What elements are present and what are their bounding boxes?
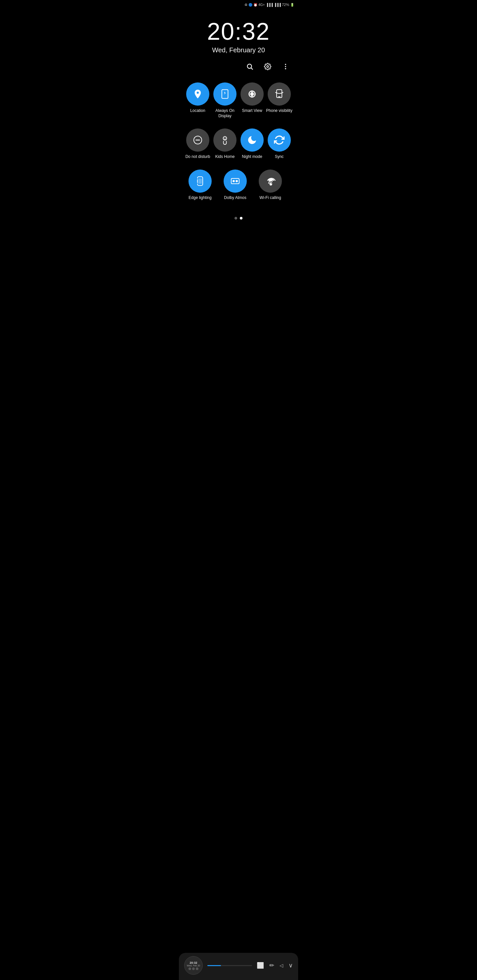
svg-point-0	[247, 64, 252, 68]
qs-aod[interactable]: Always On Display	[212, 83, 238, 119]
smartview-label: Smart View	[242, 108, 262, 114]
bluetooth-icon: 🔵	[249, 3, 252, 6]
more-options-button[interactable]	[279, 60, 292, 73]
edgelighting-circle	[188, 170, 212, 192]
smartview-icon	[247, 89, 257, 99]
location-circle	[186, 83, 209, 106]
kidshome-icon	[220, 135, 230, 145]
svg-point-4	[285, 66, 286, 67]
edgelighting-icon	[195, 176, 205, 186]
qs-kidshome[interactable]: Kids Home	[212, 129, 238, 159]
qs-smartview[interactable]: Smart View	[239, 83, 265, 119]
svg-point-12	[224, 138, 225, 138]
location-label: Location	[190, 108, 205, 114]
search-icon	[246, 63, 254, 70]
qs-phonevisibility[interactable]: Phone visibility	[266, 83, 292, 119]
phonevisibility-icon	[274, 89, 284, 99]
svg-point-18	[236, 180, 238, 182]
sync-icon	[274, 135, 284, 145]
search-button[interactable]	[244, 60, 256, 73]
qs-dnd[interactable]: Do not disturb	[185, 129, 211, 159]
recycle-icon: ♻	[244, 3, 247, 6]
aod-circle	[213, 83, 236, 106]
svg-point-2	[266, 65, 269, 68]
svg-rect-6	[222, 90, 228, 99]
svg-point-5	[285, 68, 286, 70]
more-icon	[282, 63, 289, 70]
svg-point-3	[285, 64, 286, 65]
nightmode-icon	[247, 135, 257, 145]
wificalling-icon	[265, 176, 276, 186]
wificalling-label: Wi-Fi calling	[259, 195, 281, 200]
nightmode-circle	[241, 129, 264, 152]
alarm-icon: ⏰	[254, 3, 257, 6]
kidshome-circle	[213, 129, 236, 152]
signal1-icon: ▐▐▐	[266, 3, 273, 6]
qs-row-2: Do not disturb Kids Home Night mode	[184, 129, 293, 159]
phonevis-label: Phone visibility	[266, 108, 292, 114]
svg-rect-16	[231, 178, 239, 184]
phonevis-circle	[268, 83, 291, 106]
dnd-label: Do not disturb	[185, 154, 211, 159]
svg-point-17	[233, 180, 235, 182]
sync-circle	[268, 129, 291, 152]
status-icons: ♻ 🔵 ⏰ 4G+ ▐▐▐ ▐▐▐ 72% 🔋	[244, 3, 294, 6]
edgelighting-label: Edge lighting	[188, 195, 211, 200]
wificall-circle	[259, 170, 282, 192]
clock-time: 20:32	[185, 18, 292, 45]
dolby-circle	[223, 170, 247, 192]
gear-icon	[264, 63, 271, 70]
qs-location[interactable]: Location	[185, 83, 211, 119]
settings-button[interactable]	[262, 60, 274, 73]
sync-label: Sync	[275, 154, 284, 159]
qs-sync[interactable]: Sync	[266, 129, 292, 159]
smartview-circle	[241, 83, 264, 106]
qs-row-1: Location Always On Display	[184, 83, 293, 119]
quick-settings: Location Always On Display	[179, 76, 298, 213]
signal2-icon: ▐▐▐	[274, 3, 281, 6]
qs-row-3: Edge lighting Dolby Atmos	[184, 170, 293, 200]
page-indicator	[179, 213, 298, 225]
aod-icon	[220, 89, 230, 99]
svg-rect-10	[195, 140, 200, 141]
dolby-icon	[230, 176, 241, 186]
dnd-circle	[186, 129, 209, 152]
svg-point-13	[225, 138, 226, 138]
battery-text: 72%	[282, 3, 289, 6]
qs-wificalling[interactable]: Wi-Fi calling	[257, 170, 284, 200]
svg-line-1	[251, 68, 253, 70]
battery-icon: 🔋	[290, 3, 294, 6]
dnd-icon	[193, 135, 203, 145]
location-icon	[193, 89, 203, 99]
nightmode-label: Night mode	[242, 154, 262, 159]
qs-edgelighting[interactable]: Edge lighting	[187, 170, 213, 200]
qs-dolbyatmos[interactable]: Dolby Atmos	[222, 170, 249, 200]
page-dot-2[interactable]	[240, 217, 242, 220]
kidshome-label: Kids Home	[215, 154, 235, 159]
qs-nightmode[interactable]: Night mode	[239, 129, 265, 159]
page-dot-1[interactable]	[235, 217, 237, 220]
clock-date: Wed, February 20	[185, 46, 292, 54]
svg-rect-15	[198, 178, 202, 184]
top-icons-bar	[179, 57, 298, 76]
aod-label: Always On Display	[212, 108, 238, 119]
network-icon: 4G+	[258, 3, 265, 6]
status-bar: ♻ 🔵 ⏰ 4G+ ▐▐▐ ▐▐▐ 72% 🔋	[179, 0, 298, 8]
dolby-label: Dolby Atmos	[224, 195, 246, 200]
clock-area: 20:32 Wed, February 20	[179, 8, 298, 57]
